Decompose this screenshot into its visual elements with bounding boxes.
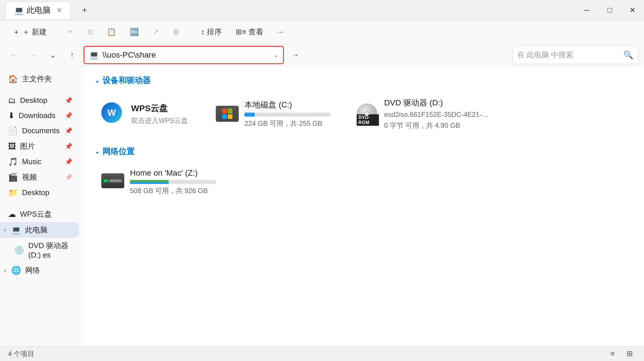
back-button[interactable]: ← bbox=[6, 47, 22, 63]
window-controls: ─ □ ✕ bbox=[575, 0, 644, 21]
network-section-header[interactable]: ⌄ 网络位置 bbox=[94, 146, 633, 157]
tab-close-button[interactable]: ✕ bbox=[56, 6, 62, 14]
documents-label: Documents bbox=[22, 126, 61, 135]
dvd-icon: 💿 bbox=[14, 246, 24, 255]
grid-view-button[interactable]: ⊞ bbox=[623, 348, 636, 360]
rename-button[interactable]: 🔤 bbox=[124, 25, 145, 39]
dvd-card[interactable]: DVD-ROM DVD 驱动器 (D:) esd2iso.661F152E-35… bbox=[349, 93, 496, 135]
net-drive-meta: 508 GB 可用，共 926 GB bbox=[130, 186, 216, 195]
dropdown-button[interactable]: ⌄ bbox=[45, 47, 61, 63]
copy-button[interactable]: ⧉ bbox=[82, 25, 99, 39]
sidebar-item-videos[interactable]: 🎬 视频 📌 bbox=[0, 169, 79, 185]
net-drive-info: Home on 'Mac' (Z:) 508 GB 可用，共 926 GB bbox=[130, 168, 216, 195]
statusbar-right: ≡ ⊞ bbox=[606, 348, 636, 360]
sidebar-item-main-folder[interactable]: 🏠 主文件夹 bbox=[0, 71, 79, 87]
desktop-label: Desktop bbox=[20, 96, 61, 105]
network-drive-card[interactable]: Home on 'Mac' (Z:) 508 GB 可用，共 926 GB bbox=[94, 164, 266, 200]
new-button[interactable]: ＋ ＋ 新建 bbox=[7, 24, 52, 40]
videos-icon: 🎬 bbox=[8, 172, 18, 182]
toolbar: ＋ ＋ 新建 ✂ ⧉ 📋 🔤 ↗ 🗑 ↕ 排序 ⊞≡ 查看 ··· bbox=[0, 21, 644, 44]
downloads-label: Downloads bbox=[19, 111, 61, 120]
main-folder-label: 主文件夹 bbox=[22, 74, 72, 84]
wps-name: WPS云盘 bbox=[131, 103, 188, 114]
sidebar-item-music[interactable]: 🎵 Music 📌 bbox=[0, 154, 79, 169]
dvd-card-icon-wrap: DVD-ROM bbox=[355, 102, 378, 125]
net-bar-bottom bbox=[130, 182, 169, 184]
view-button[interactable]: ⊞≡ 查看 bbox=[230, 24, 269, 40]
sidebar: 🏠 主文件夹 🗂 Desktop 📌 ⬇ Downloads 📌 📄 Docum… bbox=[0, 66, 83, 346]
sidebar-item-this-pc[interactable]: › 💻 此电脑 bbox=[0, 222, 79, 238]
dvd-name-line1: DVD 驱动器 (D:) bbox=[384, 97, 489, 108]
paste-button[interactable]: 📋 bbox=[101, 25, 122, 39]
titlebar-tab[interactable]: 💻 此电脑 ✕ bbox=[6, 2, 70, 19]
list-view-button[interactable]: ≡ bbox=[606, 348, 619, 360]
content-area: ⌄ 设备和驱动器 W WPS云盘 双击进入WPS云盘 bbox=[83, 66, 644, 346]
dvd-label: DVD 驱动器 (D:) es bbox=[28, 241, 72, 260]
main-layout: 🏠 主文件夹 🗂 Desktop 📌 ⬇ Downloads 📌 📄 Docum… bbox=[0, 66, 644, 346]
disc-hole bbox=[365, 111, 369, 116]
local-disk-name: 本地磁盘 (C:) bbox=[244, 99, 330, 110]
win-logo-q2 bbox=[228, 109, 233, 113]
net-drive-name: Home on 'Mac' (Z:) bbox=[130, 168, 216, 178]
wps-icon-wrap: W bbox=[101, 102, 124, 125]
pictures-pin-icon: 📌 bbox=[65, 143, 72, 150]
local-disk-bar bbox=[244, 113, 330, 117]
share-button[interactable]: ↗ bbox=[147, 25, 165, 39]
sidebar-item-desktop2[interactable]: 📁 Desktop bbox=[0, 185, 79, 200]
expand-icon[interactable]: › bbox=[4, 226, 6, 234]
close-button[interactable]: ✕ bbox=[621, 0, 644, 21]
network-expand-icon[interactable]: › bbox=[4, 267, 6, 274]
sidebar-item-pictures[interactable]: 🖼 图片 📌 bbox=[0, 138, 79, 154]
sort-button[interactable]: ↕ 排序 bbox=[195, 24, 228, 40]
sidebar-item-network[interactable]: › 🌐 网络 bbox=[0, 262, 79, 278]
copy-icon: ⧉ bbox=[88, 28, 93, 36]
sidebar-item-dvd[interactable]: 💿 DVD 驱动器 (D:) es bbox=[0, 238, 79, 262]
dvd-name-line2: esd2iso.661F152E-35DC-4E21-… bbox=[384, 111, 489, 119]
search-icon[interactable]: 🔍 bbox=[623, 50, 633, 60]
sidebar-item-downloads[interactable]: ⬇ Downloads 📌 bbox=[0, 108, 79, 123]
music-label: Music bbox=[22, 157, 61, 166]
view-label: 查看 bbox=[248, 27, 263, 37]
new-tab-button[interactable]: + bbox=[76, 3, 93, 18]
rename-icon: 🔤 bbox=[130, 28, 139, 36]
share-icon: ↗ bbox=[153, 28, 159, 36]
music-pin-icon: 📌 bbox=[65, 158, 72, 166]
toolbar-separator-2 bbox=[190, 26, 191, 38]
wps-card[interactable]: W WPS云盘 双击进入WPS云盘 bbox=[94, 93, 197, 135]
search-box[interactable]: 在 此电脑 中搜索 🔍 bbox=[512, 46, 638, 64]
local-disk-card[interactable]: 本地磁盘 (C:) 224 GB 可用，共 255 GB bbox=[209, 93, 337, 135]
hdd-body bbox=[216, 106, 239, 122]
maximize-button[interactable]: □ bbox=[598, 0, 621, 21]
sidebar-item-documents[interactable]: 📄 Documents 📌 bbox=[0, 123, 79, 138]
sidebar-item-desktop[interactable]: 🗂 Desktop 📌 bbox=[0, 93, 79, 108]
more-button[interactable]: ··· bbox=[271, 25, 289, 39]
titlebar: 💻 此电脑 ✕ + ─ □ ✕ bbox=[0, 0, 644, 21]
nas-led bbox=[104, 179, 108, 182]
win-logo-q4 bbox=[228, 114, 233, 119]
tab-pc-icon: 💻 bbox=[14, 6, 23, 15]
forward-button[interactable]: → bbox=[25, 47, 41, 63]
address-box[interactable]: 💻 \\uos-PC\share ⌄ bbox=[84, 46, 284, 64]
up-button[interactable]: ↑ bbox=[64, 47, 80, 63]
sidebar-item-wps-cloud[interactable]: ☁ WPS云盘 bbox=[0, 206, 79, 222]
devices-chevron-icon: ⌄ bbox=[94, 77, 100, 84]
local-disk-info: 本地磁盘 (C:) 224 GB 可用，共 255 GB bbox=[244, 99, 330, 128]
dvd-badge: DVD-ROM bbox=[357, 114, 379, 126]
downloads-icon: ⬇ bbox=[8, 111, 15, 120]
desktop2-label: Desktop bbox=[22, 188, 72, 197]
addr-pc-icon: 💻 bbox=[89, 50, 99, 60]
cut-button[interactable]: ✂ bbox=[62, 25, 80, 39]
desktop2-icon: 📁 bbox=[8, 188, 18, 197]
delete-button[interactable]: 🗑 bbox=[167, 25, 186, 39]
home-icon: 🏠 bbox=[8, 74, 18, 84]
pictures-icon: 🖼 bbox=[8, 142, 16, 151]
network-section-title: 网络位置 bbox=[102, 146, 135, 157]
devices-section-header[interactable]: ⌄ 设备和驱动器 bbox=[94, 75, 633, 86]
network-label: 网络 bbox=[25, 265, 72, 275]
network-drive-icon bbox=[101, 173, 124, 191]
dvd-info: DVD 驱动器 (D:) esd2iso.661F152E-35DC-4E21-… bbox=[384, 97, 489, 130]
sort-label: 排序 bbox=[207, 27, 222, 37]
net-drive-bar bbox=[130, 180, 216, 184]
addr-go-button[interactable]: → bbox=[287, 47, 303, 63]
minimize-button[interactable]: ─ bbox=[575, 0, 598, 21]
